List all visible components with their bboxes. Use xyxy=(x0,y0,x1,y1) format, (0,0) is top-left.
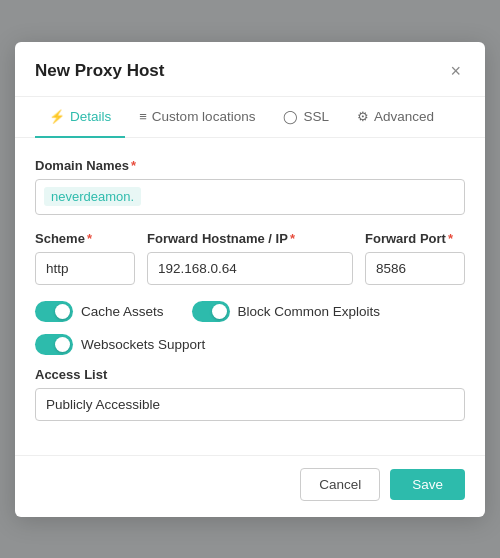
custom-locations-icon: ≡ xyxy=(139,109,147,124)
block-exploits-label: Block Common Exploits xyxy=(238,304,381,319)
websockets-slider xyxy=(35,334,73,355)
scheme-label: Scheme * xyxy=(35,231,135,246)
close-button[interactable]: × xyxy=(446,60,465,82)
tab-ssl-label: SSL xyxy=(303,109,329,124)
tab-custom-locations-label: Custom locations xyxy=(152,109,256,124)
tab-details-label: Details xyxy=(70,109,111,124)
cache-assets-slider xyxy=(35,301,73,322)
websockets-toggle[interactable] xyxy=(35,334,73,355)
modal-title: New Proxy Host xyxy=(35,61,164,81)
cache-assets-toggle-item: Cache Assets xyxy=(35,301,164,322)
tab-advanced[interactable]: ⚙ Advanced xyxy=(343,97,448,138)
cancel-button[interactable]: Cancel xyxy=(300,468,380,501)
details-icon: ⚡ xyxy=(49,109,65,124)
block-exploits-toggle[interactable] xyxy=(192,301,230,322)
access-list-label: Access List xyxy=(35,367,465,382)
port-field: Forward Port * xyxy=(365,231,465,285)
advanced-icon: ⚙ xyxy=(357,109,369,124)
modal-body: Domain Names * neverdeamon. Scheme * xyxy=(15,138,485,447)
scheme-field: Scheme * xyxy=(35,231,135,285)
websockets-label: Websockets Support xyxy=(81,337,205,352)
modal-overlay: New Proxy Host × ⚡ Details ≡ Custom loca… xyxy=(0,0,500,558)
modal-header: New Proxy Host × xyxy=(15,42,485,97)
modal-footer: Cancel Save xyxy=(15,455,485,517)
tab-details[interactable]: ⚡ Details xyxy=(35,97,125,138)
modal-container: New Proxy Host × ⚡ Details ≡ Custom loca… xyxy=(15,42,485,517)
domain-names-input[interactable]: neverdeamon. xyxy=(35,179,465,215)
tab-custom-locations[interactable]: ≡ Custom locations xyxy=(125,97,269,138)
tabs-bar: ⚡ Details ≡ Custom locations ◯ SSL ⚙ Adv… xyxy=(15,97,485,138)
scheme-input[interactable] xyxy=(35,252,135,285)
hostname-field: Forward Hostname / IP * xyxy=(147,231,353,285)
save-button[interactable]: Save xyxy=(390,469,465,500)
tab-ssl[interactable]: ◯ SSL xyxy=(269,97,343,138)
cache-assets-label: Cache Assets xyxy=(81,304,164,319)
access-list-field: Access List xyxy=(35,367,465,421)
block-exploits-toggle-item: Block Common Exploits xyxy=(192,301,381,322)
hostname-input[interactable] xyxy=(147,252,353,285)
domain-names-label: Domain Names * xyxy=(35,158,465,173)
port-input[interactable] xyxy=(365,252,465,285)
websockets-toggle-item: Websockets Support xyxy=(35,334,205,355)
port-label: Forward Port * xyxy=(365,231,465,246)
toggles-row-2: Websockets Support xyxy=(35,334,465,355)
tab-advanced-label: Advanced xyxy=(374,109,434,124)
access-list-input[interactable] xyxy=(35,388,465,421)
toggles-row-1: Cache Assets Block Common Exploits xyxy=(35,301,465,322)
hostname-label: Forward Hostname / IP * xyxy=(147,231,353,246)
connection-fields-row: Scheme * Forward Hostname / IP * Forward… xyxy=(35,231,465,301)
block-exploits-slider xyxy=(192,301,230,322)
required-indicator: * xyxy=(131,158,136,173)
domain-names-field: Domain Names * neverdeamon. xyxy=(35,158,465,215)
domain-tag: neverdeamon. xyxy=(44,187,141,206)
cache-assets-toggle[interactable] xyxy=(35,301,73,322)
ssl-icon: ◯ xyxy=(283,109,298,124)
